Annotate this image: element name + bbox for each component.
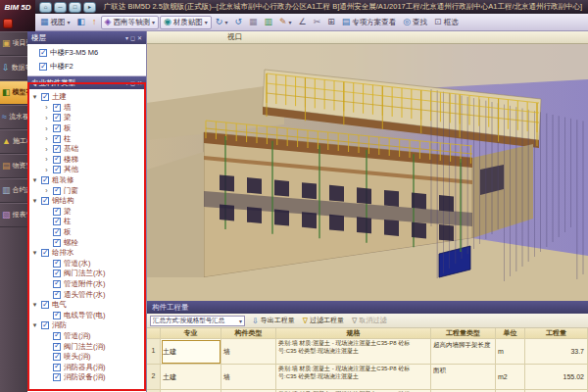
tree-item[interactable]: 螺栓 [27, 237, 146, 248]
close-icon[interactable]: ✕ [137, 34, 142, 41]
close-icon[interactable]: ✕ [137, 79, 142, 86]
expand-arrow-icon[interactable]: ▾ [31, 321, 38, 329]
tree-item[interactable]: 消防器具(消) [27, 362, 146, 372]
find-button[interactable]: ◎查找 [400, 17, 430, 28]
expand-arrow-icon[interactable]: ▾ [31, 249, 38, 257]
checkbox-checked-icon[interactable] [53, 208, 61, 216]
sidebar-item-model-view[interactable]: ◧模型视图 [0, 80, 27, 105]
tree-item[interactable]: ›楼梯 [27, 155, 146, 166]
cascade-button[interactable]: ◧ [74, 17, 89, 27]
checkbox-checked-icon[interactable] [53, 104, 61, 112]
tree-item[interactable]: ›门窗 [27, 185, 146, 196]
floor-row[interactable]: 中楼F2 [27, 60, 146, 74]
sidebar-item-materials[interactable]: ▤物资查询 [0, 154, 27, 178]
expand-arrow-icon[interactable]: ▾ [31, 176, 38, 184]
tree-item[interactable]: ›梁 [27, 113, 146, 123]
checkbox-checked-icon[interactable] [53, 135, 61, 143]
checkbox-checked-icon[interactable] [53, 156, 61, 164]
section-button[interactable]: ✂ [311, 17, 324, 27]
view-button[interactable]: ▦视图▾ [37, 17, 74, 28]
angle-button[interactable]: ∠ [296, 17, 310, 27]
walk-button[interactable]: ↺ [231, 17, 245, 27]
major-cell[interactable]: 土建 [161, 339, 221, 365]
tree-item[interactable]: ›板 [27, 123, 146, 134]
tree-item[interactable]: 消防设备(消) [27, 372, 146, 383]
restore-view-button[interactable]: ↑ [89, 17, 100, 27]
checkbox-checked-icon[interactable] [53, 187, 61, 195]
collapse-arrow-icon[interactable]: › [43, 167, 50, 173]
tree-item[interactable]: 管道(水) [27, 259, 146, 270]
expand-arrow-icon[interactable]: ▾ [31, 301, 38, 309]
tree-item[interactable]: 板 [27, 227, 146, 238]
checkbox-checked-icon[interactable] [53, 124, 61, 132]
collapse-arrow-icon[interactable]: › [43, 104, 50, 111]
sidebar-item-simulation[interactable]: ▲施工模拟 [0, 129, 27, 154]
checkbox-checked-icon[interactable] [41, 197, 49, 205]
pin-icon[interactable]: ▾ [125, 34, 128, 41]
tree-item[interactable]: ▾消防 [27, 320, 146, 331]
collapse-arrow-icon[interactable]: › [43, 135, 50, 142]
tree-item[interactable]: ▾粗装修 [27, 175, 146, 186]
tree-item[interactable]: ▾电气 [27, 300, 146, 311]
checkbox-checked-icon[interactable] [39, 63, 47, 71]
tree-item[interactable]: 阀门法兰(消) [27, 341, 146, 352]
expand-arrow-icon[interactable]: ▾ [31, 197, 38, 205]
minimize-button[interactable]: ─ [54, 2, 67, 13]
checkbox-checked-icon[interactable] [53, 332, 61, 340]
material-map-button[interactable]: ◉材质贴图▾ [160, 16, 212, 29]
tree-item[interactable]: ▾钢结构 [27, 196, 146, 207]
tree-item[interactable]: ›基础 [27, 144, 146, 155]
summary-mode-combo[interactable]: 汇总方式:按规格型号汇总 ▾ [150, 316, 245, 326]
tree-item[interactable]: ›其他 [27, 165, 146, 175]
grid-button[interactable]: ▦ [246, 17, 261, 27]
frame-button[interactable]: ⊞ [324, 17, 338, 27]
checkbox-checked-icon[interactable] [53, 343, 61, 351]
home-menu-icon[interactable] [3, 19, 13, 28]
checkbox-checked-icon[interactable] [53, 228, 61, 236]
sidebar-item-contract[interactable]: ▥合约规划 [0, 178, 27, 203]
tree-item[interactable]: ▾给排水 [27, 248, 146, 259]
sidebar-item-flow-view[interactable]: ≈流水视图 [0, 105, 27, 129]
tree-item[interactable]: 电线导管(电) [27, 310, 146, 320]
stats-button[interactable]: ▥ [261, 17, 275, 27]
checkbox-checked-icon[interactable] [53, 260, 61, 268]
checkbox-checked-icon[interactable] [53, 145, 61, 153]
menu-button[interactable]: ▸ [83, 2, 96, 13]
collapse-arrow-icon[interactable]: › [43, 125, 50, 132]
tree-item[interactable]: 梁 [27, 207, 146, 218]
sidebar-item-project-info[interactable]: ▣项目资料 [0, 31, 27, 56]
checkbox-checked-icon[interactable] [53, 218, 61, 225]
collapse-arrow-icon[interactable]: › [43, 115, 50, 122]
filter-quantity-button[interactable]: ∇过滤工程量 [303, 316, 344, 325]
expand-arrow-icon[interactable]: ▾ [31, 93, 38, 101]
major-cell[interactable]: 土建 [161, 365, 221, 390]
tree-item[interactable]: ›柱 [27, 133, 146, 144]
tree-item[interactable]: 管道(消) [27, 331, 146, 342]
sidebar-item-report[interactable]: ▧报表管理 [0, 203, 27, 227]
table-row[interactable]: 2土建墙类别:墙 材质:混凝土 - 现场浇注混凝土C35-P8 砼标号:C35 … [147, 365, 588, 390]
collapse-arrow-icon[interactable]: › [43, 146, 50, 153]
tree-item[interactable]: 管道附件(水) [27, 279, 146, 290]
dock-icon[interactable]: ◻ [130, 34, 135, 41]
restore-button[interactable]: □ [69, 2, 81, 13]
checkbox-checked-icon[interactable] [53, 166, 61, 173]
tree-item[interactable]: 喷头(消) [27, 352, 146, 363]
table-row[interactable]: 1土建墙类别:墙 材质:混凝土 - 现场浇注混凝土C35-P8 砼标号:C35 … [147, 339, 588, 365]
checkbox-checked-icon[interactable] [53, 114, 61, 122]
checkbox-checked-icon[interactable] [41, 321, 49, 329]
checkbox-checked-icon[interactable] [53, 364, 61, 371]
checkbox-checked-icon[interactable] [53, 239, 61, 247]
checkbox-checked-icon[interactable] [41, 249, 49, 257]
axonometric-button[interactable]: ◈西南等轴测▾ [101, 16, 159, 29]
home-button[interactable]: ⌂ [39, 2, 52, 13]
sidebar-item-data-import[interactable]: ⇩数据导入 [0, 56, 27, 80]
dock-icon[interactable]: ◻ [130, 79, 135, 86]
checkbox-checked-icon[interactable] [41, 301, 49, 309]
orbit-button[interactable]: ↻▾ [213, 17, 231, 27]
checkbox-checked-icon[interactable] [41, 176, 49, 184]
checkbox-checked-icon[interactable] [53, 270, 61, 277]
measure-button[interactable]: ✎▾ [276, 17, 295, 27]
box-select-button[interactable]: ⊡框选 [431, 17, 462, 28]
floor-row[interactable]: 中楼F3-M5 M6 [27, 46, 146, 60]
collapse-arrow-icon[interactable]: › [43, 187, 50, 194]
